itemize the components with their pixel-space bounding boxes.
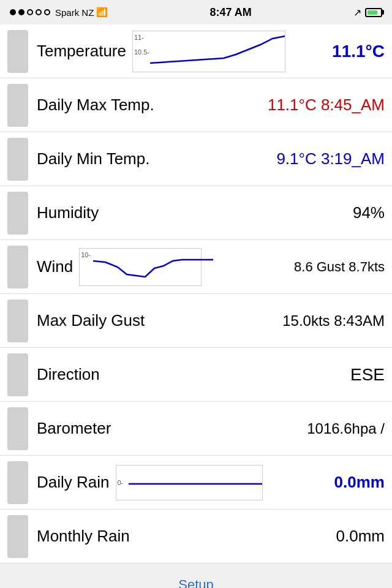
humidity-label: Humidity (37, 203, 99, 222)
humidity-row: Humidity 94% (0, 186, 392, 240)
row-handle-temperature (7, 30, 28, 73)
row-handle-daily-min-temp (7, 138, 28, 181)
temperature-row: Temperature 11- 10.5- 11.1°C (0, 24, 392, 78)
barometer-label: Barometer (37, 419, 111, 438)
row-handle-daily-max-temp (7, 84, 28, 127)
temperature-label: Temperature (37, 42, 126, 61)
barometer-value: 1016.6hpa / (307, 420, 385, 437)
battery-fill (368, 10, 377, 15)
signal-dot-2 (18, 9, 24, 15)
signal-dot-4 (36, 9, 42, 15)
location-icon: ↗ (353, 7, 361, 18)
monthly-rain-value: 0.0mm (336, 527, 385, 546)
daily-max-temp-label: Daily Max Temp. (37, 96, 154, 115)
daily-rain-row: Daily Rain 0- 0.0mm (0, 456, 392, 510)
temperature-chart: 11- 10.5- (132, 31, 285, 72)
row-handle-direction (7, 353, 28, 396)
wind-chart: 10- (79, 248, 202, 286)
setup-button[interactable]: Setup (178, 577, 214, 588)
temperature-svg (150, 31, 285, 72)
wind-svg (93, 249, 213, 285)
daily-max-temp-value: 11.1°C 8:45_AM (268, 96, 385, 115)
row-handle-daily-rain (7, 461, 28, 504)
direction-row: Direction ESE (0, 348, 392, 402)
daily-min-temp-label: Daily Min Temp. (37, 149, 149, 168)
humidity-value: 94% (353, 203, 385, 222)
row-handle-wind (7, 246, 28, 288)
rain-svg (129, 466, 262, 500)
row-handle-max-daily-gust (7, 300, 28, 342)
row-handle-barometer (7, 407, 28, 450)
wind-value: 8.6 Gust 8.7kts (294, 259, 385, 275)
max-daily-gust-label: Max Daily Gust (37, 311, 145, 330)
monthly-rain-label: Monthly Rain (37, 527, 130, 546)
signal-dot-1 (10, 9, 16, 15)
row-handle-monthly-rain (7, 515, 28, 558)
daily-max-temp-row: Daily Max Temp. 11.1°C 8:45_AM (0, 78, 392, 132)
signal-dots (10, 9, 50, 15)
barometer-row: Barometer 1016.6hpa / (0, 402, 392, 456)
wifi-icon: 📶 (96, 7, 108, 18)
direction-value: ESE (350, 365, 385, 385)
signal-dot-3 (27, 9, 33, 15)
daily-min-temp-row: Daily Min Temp. 9.1°C 3:19_AM (0, 132, 392, 186)
wind-label: Wind (37, 257, 73, 276)
setup-area: Setup (0, 564, 392, 588)
status-bar: Spark NZ 📶 8:47 AM ↗ (0, 0, 392, 24)
battery-icon (365, 8, 382, 17)
wind-row: Wind 10- 8.6 Gust 8.7kts (0, 240, 392, 294)
daily-rain-label: Daily Rain (37, 473, 110, 492)
status-left: Spark NZ 📶 (10, 7, 108, 18)
direction-label: Direction (37, 365, 100, 384)
max-daily-gust-value: 15.0kts 8:43AM (282, 312, 385, 330)
max-daily-gust-row: Max Daily Gust 15.0kts 8:43AM (0, 294, 392, 348)
carrier-name: Spark NZ (55, 7, 94, 18)
monthly-rain-row: Monthly Rain 0.0mm (0, 510, 392, 564)
daily-rain-value: 0.0mm (334, 473, 385, 492)
temperature-value: 11.1°C (332, 42, 385, 61)
daily-min-temp-value: 9.1°C 3:19_AM (276, 149, 385, 168)
status-right: ↗ (353, 7, 382, 18)
status-time: 8:47 AM (210, 6, 252, 19)
rain-chart: 0- (116, 465, 263, 500)
signal-dot-5 (44, 9, 50, 15)
row-handle-humidity (7, 192, 28, 235)
